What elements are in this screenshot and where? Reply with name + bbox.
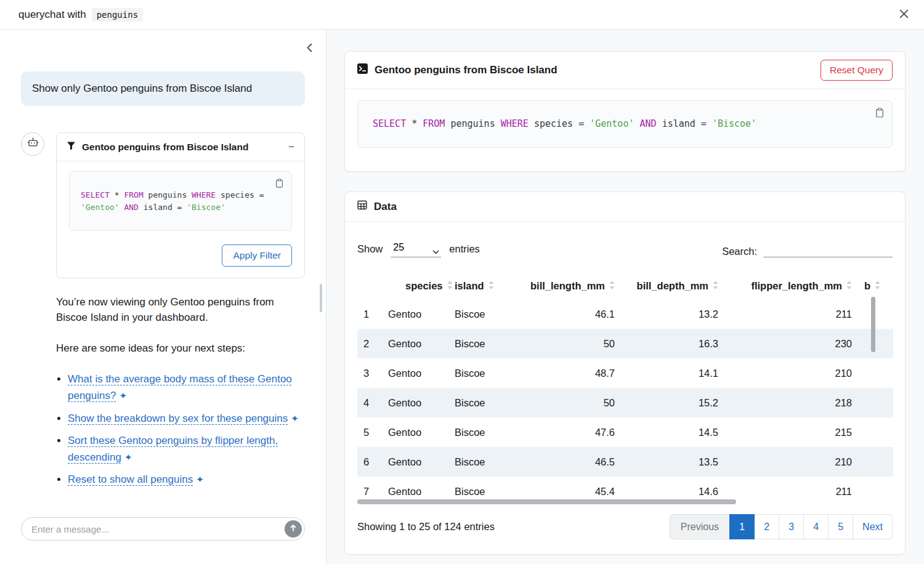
- suggestion-text: Reset to show all penguins: [68, 473, 193, 485]
- close-button[interactable]: [899, 9, 909, 21]
- dashboard: Gentoo penguins from Biscoe Island Reset…: [326, 30, 924, 564]
- list-item: Reset to show all penguins✦: [68, 471, 300, 488]
- clipboard-icon: [875, 110, 885, 119]
- sql-code-block-main: SELECT * FROM penguins WHERE species = '…: [357, 100, 893, 148]
- suggestion-text: Sort these Gentoo penguins by flipper le…: [68, 435, 278, 463]
- bot-avatar: [21, 132, 44, 156]
- table-scroll-area: species island bill_length_mm: [357, 272, 893, 498]
- filter-suggestion-card: Gentoo penguins from Biscoe Island −: [56, 132, 305, 278]
- copy-sql-button[interactable]: [274, 177, 285, 191]
- chevron-left-icon: [307, 45, 312, 54]
- clipboard-icon: [275, 180, 284, 190]
- suggestion-list: What is the average body mass of these G…: [56, 371, 300, 488]
- arrow-up-icon: [290, 524, 297, 534]
- sort-icon: [488, 280, 494, 292]
- user-message-bubble: Show only Gentoo penguins from Biscoe Is…: [21, 71, 305, 106]
- collapse-card-button[interactable]: −: [288, 142, 294, 152]
- app-title-dataset: penguins: [92, 8, 143, 22]
- filter-card-title: Gentoo penguins from Biscoe Island: [82, 142, 248, 153]
- sidebar-resize-handle[interactable]: [320, 284, 322, 312]
- table-row: 7 Gentoo Biscoe 45.4 14.6 211: [357, 477, 893, 498]
- pagination-page-1[interactable]: 1: [729, 514, 755, 539]
- sparkle-icon: ✦: [196, 474, 204, 485]
- table-row: 4 Gentoo Biscoe 50 15.2 218: [357, 388, 893, 417]
- entries-label: entries: [449, 243, 480, 255]
- column-header-flipper-length[interactable]: flipper_length_mm: [724, 272, 858, 299]
- suggestion-link-sort-flipper-length[interactable]: Sort these Gentoo penguins by flipper le…: [68, 435, 278, 463]
- robot-icon: [26, 137, 39, 152]
- pagination-previous-button[interactable]: Previous: [670, 514, 730, 539]
- suggestion-link-reset-penguins[interactable]: Reset to show all penguins✦: [68, 473, 204, 485]
- reset-query-button[interactable]: Reset Query: [821, 60, 893, 81]
- column-header-bill-depth[interactable]: bill_depth_mm: [621, 272, 724, 299]
- sparkle-icon: ✦: [291, 413, 299, 424]
- query-card: Gentoo penguins from Biscoe Island Reset…: [344, 51, 906, 172]
- sort-icon: [609, 280, 615, 292]
- chat-input-row: [21, 517, 305, 541]
- query-card-title: Gentoo penguins from Biscoe Island: [375, 64, 557, 76]
- search-label: Search:: [722, 246, 757, 257]
- topbar: querychat with penguins: [0, 0, 924, 30]
- sort-icon: [875, 280, 880, 292]
- pagination-page-5[interactable]: 5: [828, 514, 853, 539]
- column-header-bill-length[interactable]: bill_length_mm: [510, 272, 621, 299]
- suggestion-link-avg-body-mass[interactable]: What is the average body mass of these G…: [68, 373, 292, 401]
- column-header-species[interactable]: species: [382, 272, 448, 299]
- apply-filter-button[interactable]: Apply Filter: [222, 244, 292, 267]
- table-header: species island bill_length_mm: [357, 272, 893, 299]
- table-footer: Showing 1 to 25 of 124 entries Previous …: [357, 514, 893, 539]
- assistant-message: Gentoo penguins from Biscoe Island −: [21, 132, 305, 493]
- suggestion-text: Show the breakdown by sex for these peng…: [68, 413, 288, 424]
- pagination-page-4[interactable]: 4: [803, 514, 829, 539]
- query-card-header: Gentoo penguins from Biscoe Island Reset…: [345, 52, 905, 89]
- sparkle-icon: ✦: [119, 390, 127, 401]
- table-row: 5 Gentoo Biscoe 47.6 14.5 215: [357, 417, 893, 447]
- column-header-island[interactable]: island: [448, 272, 510, 299]
- table-controls: Show 25 entries Search:: [357, 240, 893, 257]
- list-item: Sort these Gentoo penguins by flipper le…: [68, 432, 300, 465]
- close-icon: [899, 9, 909, 21]
- app-title: querychat with penguins: [18, 8, 143, 22]
- sidebar-collapse-button[interactable]: [304, 41, 315, 57]
- sql-code-block-sidebar: SELECT * FROM penguins WHERE species = '…: [69, 171, 292, 230]
- table-row: 2 Gentoo Biscoe 50 16.3 230: [357, 329, 893, 358]
- send-message-button[interactable]: [285, 520, 302, 538]
- data-card-body: Show 25 entries Search:: [345, 222, 905, 554]
- chat-sidebar: Show only Gentoo penguins from Biscoe Is…: [0, 30, 326, 564]
- table-row: 1 Gentoo Biscoe 46.1 13.2 211: [357, 299, 893, 329]
- chat-message-input[interactable]: [21, 517, 305, 541]
- data-card-title: Data: [374, 201, 397, 213]
- table-search-input[interactable]: [763, 240, 893, 257]
- suggestion-link-breakdown-by-sex[interactable]: Show the breakdown by sex for these peng…: [68, 413, 299, 424]
- penguins-table: species island bill_length_mm: [357, 272, 893, 498]
- pagination: Previous 1 2 3 4 5 Next: [670, 514, 893, 539]
- assistant-text: You’re now viewing only Gentoo penguins …: [56, 294, 293, 326]
- vertical-scrollbar[interactable]: [871, 297, 875, 352]
- sort-icon: [713, 280, 718, 292]
- pagination-next-button[interactable]: Next: [853, 514, 893, 539]
- table-row: 6 Gentoo Biscoe 46.5 13.5 210: [357, 447, 893, 477]
- chat-message-area: Show only Gentoo penguins from Biscoe Is…: [0, 30, 326, 509]
- horizontal-scrollbar[interactable]: [357, 499, 736, 504]
- table-search-control: Search:: [722, 240, 893, 257]
- filter-card-header: Gentoo penguins from Biscoe Island −: [57, 133, 304, 161]
- app-title-text: querychat with: [18, 9, 86, 21]
- list-item: What is the average body mass of these G…: [68, 371, 300, 404]
- pagination-page-3[interactable]: 3: [779, 514, 804, 539]
- sql-query-text: SELECT * FROM penguins WHERE species = '…: [81, 190, 264, 212]
- page-length-select[interactable]: 25: [392, 242, 440, 252]
- table-icon: [357, 200, 367, 213]
- column-header-body-mass-truncated[interactable]: b: [858, 272, 893, 299]
- page-length-control: Show 25 entries: [357, 241, 480, 257]
- sparkle-icon: ✦: [124, 452, 132, 462]
- table-row: 3 Gentoo Biscoe 48.7 14.1 210: [357, 358, 893, 388]
- funnel-icon: [67, 141, 76, 153]
- table-body: 1 Gentoo Biscoe 46.1 13.2 211 2: [357, 299, 893, 498]
- page-length-select-wrap: 25: [391, 241, 441, 257]
- query-card-body: SELECT * FROM penguins WHERE species = '…: [345, 89, 905, 171]
- copy-sql-button[interactable]: [873, 107, 886, 121]
- apply-filter-row: Apply Filter: [69, 244, 292, 267]
- pagination-page-2[interactable]: 2: [754, 514, 779, 539]
- show-label: Show: [357, 243, 383, 255]
- sort-icon: [447, 280, 453, 292]
